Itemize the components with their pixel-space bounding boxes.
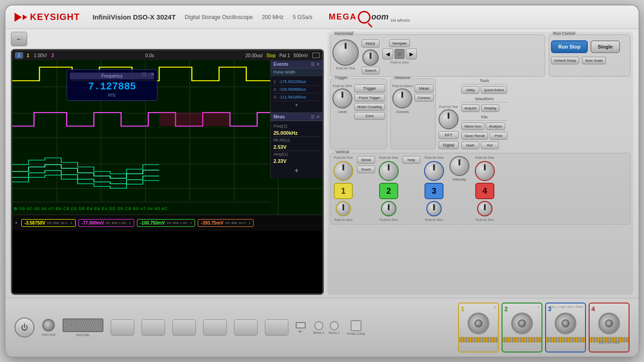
front-softkey-5[interactable] [234, 319, 258, 336]
cursors-button[interactable]: Cursors [415, 94, 434, 102]
events-close-icon[interactable]: ✕ [316, 62, 320, 67]
digital-port-area: DIGITAL [63, 318, 103, 337]
horizontal-knob[interactable] [332, 39, 359, 66]
measure-knob[interactable] [392, 88, 412, 108]
events-menu-icon[interactable]: ☰ [311, 62, 315, 67]
front-softkey-2[interactable] [141, 319, 165, 336]
front-softkey-6[interactable] [265, 319, 288, 336]
utility-button[interactable]: Utility [461, 86, 479, 94]
event-num-3: 3: [273, 95, 277, 99]
run-stop-button[interactable]: Run Stop [551, 40, 588, 53]
search-button[interactable]: Search [361, 67, 380, 74]
math-button[interactable]: Math [461, 142, 479, 149]
ch3-position-knob[interactable] [426, 201, 442, 216]
ch4-channel-button[interactable]: 4 [475, 183, 494, 199]
bus-bar: B: 59 6C 80 94 A7 B9 C8 D5 DE E4 E6 E4 D… [12, 202, 270, 215]
bus-values: 59 6C 80 94 A7 B9 C8 D5 DE E4 E6 E4 DE D… [20, 206, 168, 211]
touch-button[interactable]: Touch [357, 166, 375, 173]
add-measurement-button[interactable]: + [273, 165, 320, 176]
meas-menu-icon[interactable]: ☰ [311, 114, 315, 119]
gen-out-label: Gen Out [42, 333, 55, 337]
measure-controls: Push to Select Cursors Meas Cursors [392, 84, 434, 114]
power-button[interactable]: ⏻ [15, 318, 34, 338]
intensity-knob[interactable] [449, 156, 469, 176]
ch3-status[interactable]: -100.750mV DC BW 1.00 : 1 [137, 219, 195, 227]
setup-scale-btns: Default Setup Auto Scale [551, 57, 628, 64]
stop-square-icon [398, 52, 401, 56]
ch4-vertical: Push for Fine 4 Push to Zero [475, 156, 495, 221]
front-softkey-4[interactable] [203, 319, 227, 336]
freq-value: 7.127885 [70, 81, 154, 93]
ch4-status[interactable]: -393.75mV DC BW 10.0 : 1 [198, 219, 254, 227]
quick-action-button[interactable]: Quick Action [481, 86, 507, 94]
serial-button[interactable]: Serial [357, 156, 375, 164]
ref-button[interactable]: Ref [481, 142, 499, 149]
file-btns: Wave Gen Analyze [461, 122, 507, 130]
front-softkey-1[interactable] [111, 319, 134, 336]
nav-stop-btn[interactable] [395, 49, 405, 59]
fft-button[interactable]: FFT [439, 131, 459, 139]
analyze-button[interactable]: Analyze [486, 122, 505, 130]
ch4-voltage: -393.75mV [201, 220, 223, 225]
ch3-channel-button[interactable]: 3 [424, 183, 444, 199]
ch3-scale-knob[interactable] [424, 161, 444, 181]
usb-port [296, 322, 306, 328]
nav-left-btn[interactable]: ◀ [382, 49, 393, 59]
nav-right-btn[interactable]: ▶ [406, 49, 417, 59]
acquire-button[interactable]: Acquire [461, 104, 480, 112]
cursors-knob-label: Cursors [396, 110, 409, 114]
front-softkey-3[interactable] [172, 319, 196, 336]
horiz-button[interactable]: Horiz [361, 39, 380, 48]
display-button[interactable]: Display [481, 104, 499, 112]
ch2-channel-button[interactable]: 2 [379, 183, 398, 199]
ch3-vertical: Push for Fine 3 Push to Zero [424, 156, 444, 221]
ch2-status[interactable]: -77.000mV DC BW 1.00 : 1 [78, 219, 134, 227]
menu-button[interactable]: ☰ [15, 52, 23, 59]
ch1-detail: DC BW 10.0 : 1 [47, 221, 73, 225]
save-recall-button[interactable]: Save/ Recall [461, 132, 488, 140]
ch1-scale-knob[interactable] [333, 161, 353, 181]
ch1-position-knob[interactable] [336, 201, 351, 216]
ch2-scale-knob[interactable] [379, 161, 399, 181]
fft-knob-col: Push for Fine [439, 105, 459, 129]
ch2-bnc-pins [503, 337, 542, 342]
push-for-fine-fft-label: Push for Fine [439, 105, 458, 108]
ch3-push-zero: Push to Zero [425, 218, 443, 221]
search-knob[interactable] [362, 49, 379, 66]
print-button[interactable]: Print [489, 132, 507, 140]
screen-status-bar: + -3.58750V DC BW 10.0 : 1 -77.000mV DC … [12, 215, 322, 231]
meas-close-icon[interactable]: ✕ [316, 114, 320, 119]
ampl1-label: Ampl(1): [273, 151, 320, 157]
freq-close-btn[interactable]: ✕ [151, 72, 154, 77]
wave-gen-button[interactable]: Wave Gen [461, 122, 485, 130]
back-button[interactable]: ← [11, 32, 27, 46]
demo2-area: Demo 2 [313, 321, 324, 334]
serial-touch-btns: Serial Touch [357, 156, 375, 221]
ch2-position-knob[interactable] [381, 201, 396, 216]
default-setup-button[interactable]: Default Setup [551, 57, 579, 64]
single-button[interactable]: Single [590, 40, 620, 53]
ch1-status[interactable]: -3.58750V DC BW 10.0 : 1 [21, 219, 76, 227]
mode-coupling-button[interactable]: Mode Coupling [354, 103, 385, 111]
nav-arrows: ◀ ▶ [382, 49, 417, 59]
zone-button[interactable]: Zone [354, 112, 385, 120]
auto-scale-button[interactable]: Auto Scale [582, 57, 606, 64]
force-trigger-button[interactable]: Force Trigger [354, 94, 385, 102]
fft-knob[interactable] [439, 109, 459, 129]
ch4-position-knob[interactable] [477, 201, 493, 216]
freq-minimize-btn[interactable]: ☐ [142, 72, 146, 77]
ch4-scale-knob[interactable] [475, 161, 495, 181]
top-controls-row: Horizontal Push for Fine Horiz Search [330, 34, 630, 77]
trigger-level-knob[interactable] [332, 88, 352, 108]
intensity-label: Intensity [453, 177, 466, 181]
help-button[interactable]: Help [402, 156, 420, 164]
digital-button[interactable]: Digital [439, 141, 459, 149]
add-channel-btn[interactable]: + [14, 220, 19, 226]
trigger-button[interactable]: Trigger [354, 84, 385, 93]
run-status-display: Stop [266, 53, 276, 58]
meas-button[interactable]: Meas [415, 84, 434, 93]
ch1-channel-button[interactable]: 1 [334, 183, 353, 199]
measure-btns: Meas Cursors [415, 84, 434, 102]
navigate-button[interactable]: Navigate [389, 39, 410, 47]
events-list: 1: -175.562200us 2: -159.560800us 3: -11… [271, 76, 322, 111]
